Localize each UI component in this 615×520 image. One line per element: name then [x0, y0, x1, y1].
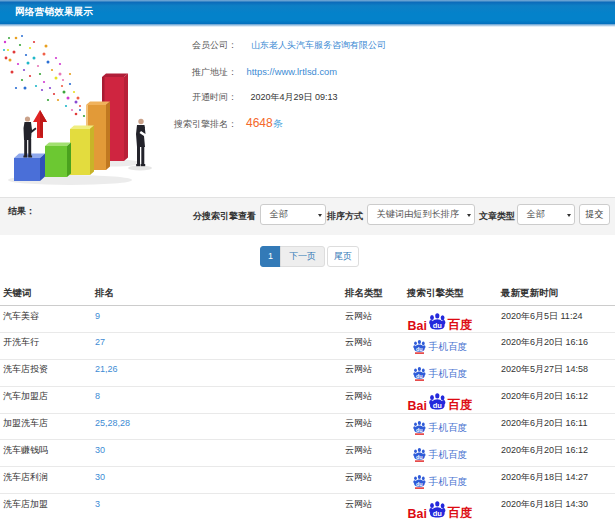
- svg-text:百度: 百度: [447, 505, 473, 518]
- svg-text:du: du: [416, 481, 423, 487]
- svg-text:Bai: Bai: [408, 399, 427, 411]
- svg-text:手机百度: 手机百度: [429, 368, 468, 379]
- svg-text:du: du: [433, 321, 443, 330]
- svg-text:du: du: [433, 509, 443, 518]
- svg-text:百度: 百度: [447, 317, 473, 330]
- svg-text:手机百度: 手机百度: [429, 449, 468, 460]
- svg-text:Bai: Bai: [408, 507, 427, 519]
- svg-text:百度: 百度: [447, 398, 473, 411]
- svg-text:手机百度: 手机百度: [429, 476, 468, 487]
- svg-text:du: du: [416, 373, 423, 379]
- svg-text:Bai: Bai: [408, 319, 427, 331]
- svg-text:du: du: [416, 427, 423, 433]
- svg-text:du: du: [433, 401, 443, 410]
- svg-text:du: du: [416, 346, 423, 352]
- svg-text:du: du: [416, 454, 423, 460]
- svg-text:手机百度: 手机百度: [429, 422, 468, 433]
- svg-text:手机百度: 手机百度: [429, 341, 468, 352]
